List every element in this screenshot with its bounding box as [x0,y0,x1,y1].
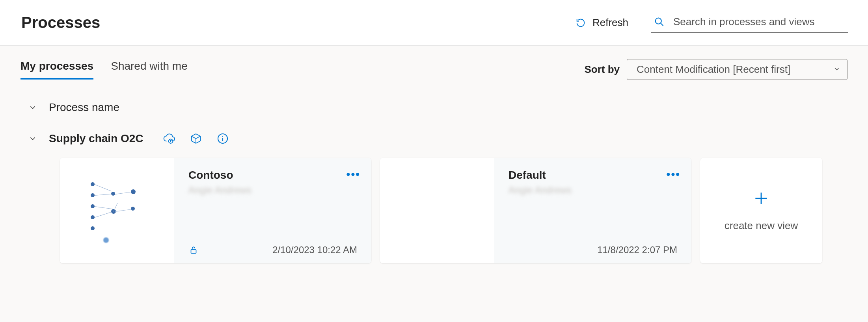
column-header-row: Process name [20,96,848,119]
tabs: My processes Shared with me [20,60,188,80]
cards-container: ••• Contoso Angie Andrews 2/10/2023 10:2… [20,158,848,263]
card-footer: 2/10/2023 10:22 AM [188,244,357,255]
card-author: Angie Andrews [509,185,677,196]
collapse-all-toggle[interactable] [28,102,38,113]
chevron-down-icon [833,63,841,76]
card-timestamp: 2/10/2023 10:22 AM [272,244,357,255]
plus-icon [753,190,770,209]
create-new-view-button[interactable]: create new view [700,158,822,263]
info-icon[interactable] [216,132,229,145]
search-icon [654,16,665,27]
sort-by-label: Sort by [584,63,620,76]
process-collapse-toggle[interactable] [28,133,38,144]
card-body: ••• Contoso Angie Andrews 2/10/2023 10:2… [174,158,371,263]
page-header: Processes Refresh [0,0,868,46]
svg-point-5 [222,136,223,137]
card-thumbnail [60,158,174,263]
card-author: Angie Andrews [188,185,357,196]
column-header-process-name: Process name [49,101,119,114]
card-title: Contoso [188,169,357,181]
sort-select[interactable]: Content Modification [Recent first] [627,59,848,80]
lock-icon [188,245,199,255]
tab-my-processes[interactable]: My processes [20,60,93,80]
card-title: Default [509,169,677,181]
card-footer: 11/8/2022 2:07 PM [509,244,677,255]
lock-icon [509,245,519,255]
process-name-label: Supply chain O2C [49,132,143,145]
create-new-view-label: create new view [725,220,798,232]
process-diagram-thumbnail [76,171,158,250]
sort-selected-value: Content Modification [Recent first] [637,63,790,76]
refresh-label: Refresh [592,17,628,29]
page-body: My processes Shared with me Sort by Cont… [0,46,868,322]
process-row-actions [162,132,229,145]
refresh-icon [575,17,586,28]
svg-line-1 [661,23,663,26]
view-card[interactable]: ••• Contoso Angie Andrews 2/10/2023 10:2… [60,158,371,263]
package-icon[interactable] [189,132,203,145]
sort-control: Sort by Content Modification [Recent fir… [584,59,848,80]
search-field[interactable] [651,13,848,33]
tabs-sort-row: My processes Shared with me Sort by Cont… [20,59,848,80]
card-menu-button[interactable]: ••• [667,168,680,181]
svg-rect-6 [191,250,196,254]
card-timestamp: 11/8/2022 2:07 PM [597,244,677,255]
card-menu-button[interactable]: ••• [346,168,360,181]
process-group-row: Supply chain O2C [20,126,848,151]
page-title: Processes [21,14,100,31]
header-actions: Refresh [572,13,848,33]
card-body: ••• Default Angie Andrews 11/8/2022 2:07… [494,158,691,263]
cloud-upload-icon[interactable] [162,132,176,145]
card-thumbnail [380,158,494,263]
svg-point-0 [656,18,661,24]
search-input[interactable] [672,15,846,28]
refresh-button[interactable]: Refresh [572,14,631,31]
tab-shared-with-me[interactable]: Shared with me [111,60,188,80]
view-card[interactable]: ••• Default Angie Andrews 11/8/2022 2:07… [380,158,691,263]
